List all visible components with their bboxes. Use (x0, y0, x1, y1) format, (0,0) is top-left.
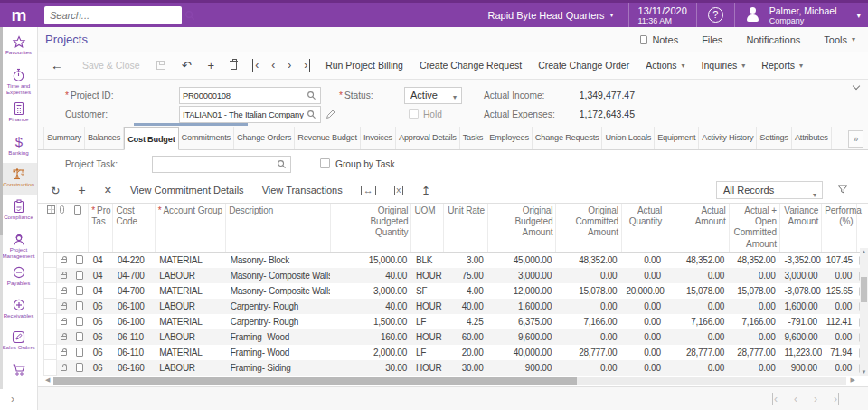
tabstrip-scroll-thumb[interactable] (134, 123, 248, 126)
group-by-task-checkbox[interactable] (320, 158, 330, 168)
search-input[interactable] (44, 10, 184, 21)
cell-original-committed-amount[interactable]: 0.00 (556, 299, 621, 314)
cell-original-committed-amount[interactable]: 48,352.00 (556, 252, 621, 268)
cell-uom[interactable]: BLK (411, 252, 443, 268)
cell-original-committed-amount[interactable]: 15,078.00 (556, 283, 621, 299)
column-header-actual-amount[interactable]: Actual Amount (665, 204, 729, 252)
files-button[interactable]: Files (702, 34, 722, 45)
notifications-button[interactable]: Notifications (746, 34, 800, 45)
scroll-thumb[interactable] (861, 277, 867, 302)
cell-original-budgeted-amount[interactable]: 45,000.00 (487, 252, 555, 268)
save-button[interactable] (148, 52, 174, 79)
cell-variance-amount[interactable]: 1,600.00 (779, 299, 821, 314)
global-search[interactable] (44, 6, 182, 24)
next-record-button[interactable]: › (281, 59, 297, 72)
cell-cost-code[interactable]: 06-160 (113, 360, 155, 376)
project-id-field[interactable] (179, 87, 321, 104)
cell-original-budgeted-amount[interactable]: 6,375.00 (487, 314, 555, 329)
search-icon[interactable] (184, 10, 195, 21)
cell-unit-rate[interactable]: 75.00 (443, 268, 487, 283)
row-selector[interactable] (44, 345, 57, 360)
back-button[interactable]: ← (38, 58, 74, 72)
cell-actual-open-committed-amount[interactable]: 48,352.00 (729, 252, 779, 268)
cell-description[interactable]: Carpentry- Rough (226, 314, 331, 329)
cell-cost-code[interactable]: 06-100 (113, 314, 155, 329)
cell-unit-rate[interactable]: 20.00 (443, 345, 487, 360)
cell-variance-amount[interactable]: 11,223.00 (779, 345, 821, 360)
tab-commitments[interactable]: Commitments (179, 127, 234, 149)
tab-cost-budget[interactable]: Cost Budget (124, 127, 178, 150)
cell-project-task[interactable]: 04 (89, 268, 113, 283)
customer-input[interactable] (180, 110, 307, 119)
cell-account-group[interactable]: MATERIAL (155, 283, 225, 299)
row-selector[interactable] (44, 252, 57, 268)
tab-settings[interactable]: Settings (757, 127, 792, 149)
cell-actual-quantity[interactable]: 0.00 (621, 252, 665, 268)
cell-actual-amount[interactable]: 15,078.00 (665, 283, 729, 299)
customer-field[interactable] (179, 106, 321, 123)
sidebar-item-cart[interactable] (0, 359, 37, 392)
sidebar-item-banking[interactable]: $Banking (0, 130, 37, 163)
table-row[interactable]: 0606-110MATERIALFraming- Wood2,000.00LF2… (44, 345, 868, 360)
sidebar-item-payables[interactable]: Payables (0, 262, 37, 294)
branch-selector[interactable]: Rapid Byte Head Quarters ▾ (473, 3, 627, 27)
cell-cost-code[interactable]: 04-700 (113, 268, 155, 283)
cell-cost-code[interactable]: 04-700 (113, 283, 155, 299)
cell-performance-pct[interactable]: 112.41 (822, 314, 856, 329)
cell-actual-open-committed-amount[interactable]: 0.00 (729, 299, 779, 314)
cell-cost-code[interactable]: 06-110 (113, 345, 155, 360)
scroll-thumb[interactable] (53, 377, 577, 385)
cell-actual-amount[interactable]: 0.00 (665, 360, 729, 376)
cell-actual-quantity[interactable]: 0.00 (621, 329, 665, 345)
delete-button[interactable] (222, 52, 245, 79)
cell-project-task[interactable]: 06 (89, 360, 113, 376)
cell-original-budgeted-quantity[interactable]: 40.00 (330, 268, 411, 283)
cell-account-group[interactable]: LABOUR (155, 329, 225, 345)
sidebar-item-time-and-expenses[interactable]: Time and Expenses (0, 64, 37, 98)
column-header-original-committed-amount[interactable]: Original Committed Amount (556, 204, 621, 252)
cell-uom[interactable]: HOUR (411, 360, 443, 376)
cell-uom[interactable]: LF (411, 314, 443, 329)
cell-description[interactable]: Framing- Siding (226, 360, 331, 376)
cell-performance-pct[interactable]: 0.00 (822, 360, 856, 376)
tab-union-locals[interactable]: Union Locals (602, 127, 655, 149)
cell-original-budgeted-amount[interactable]: 900.00 (487, 360, 555, 376)
cell-performance-pct[interactable]: 0.00 (822, 299, 856, 314)
cell-actual-quantity[interactable]: 0.00 (621, 345, 665, 360)
first-page-button[interactable]: ‹ (772, 393, 786, 405)
cell-project-task[interactable]: 06 (89, 314, 113, 329)
column-header-variance-amount[interactable]: Variance Amount (779, 204, 821, 252)
cell-unit-rate[interactable]: 30.00 (443, 360, 487, 376)
cell-original-committed-amount[interactable]: 0.00 (556, 360, 621, 376)
scroll-down-arrow[interactable]: ▼ (860, 369, 868, 375)
cell-uom[interactable]: HOUR (411, 299, 443, 314)
scroll-right-arrow[interactable]: ▶ (851, 377, 855, 384)
cell-actual-quantity[interactable]: 0.00 (621, 268, 665, 283)
sidebar-item-construction[interactable]: Construction (0, 163, 37, 195)
next-page-button[interactable]: › (806, 393, 826, 405)
cell-actual-open-committed-amount[interactable]: 0.00 (729, 329, 779, 345)
cell-performance-pct[interactable]: 125.65 (822, 283, 856, 299)
undo-button[interactable]: ↶ (174, 52, 200, 79)
column-header-cost-code[interactable]: Cost Code (113, 204, 155, 252)
cell-variance-amount[interactable]: 900.00 (779, 360, 821, 376)
cell-original-budgeted-amount[interactable]: 40,000.00 (487, 345, 555, 360)
cell-project-task[interactable]: 06 (89, 345, 113, 360)
cell-description[interactable]: Framing- Wood (226, 329, 331, 345)
cell-account-group[interactable]: MATERIAL (155, 314, 225, 329)
cell-original-budgeted-quantity[interactable]: 160.00 (330, 329, 411, 345)
row-selector[interactable] (44, 299, 57, 314)
row-selector[interactable] (44, 268, 57, 283)
tab-equipment[interactable]: Equipment (655, 127, 699, 149)
cell-actual-amount[interactable]: 0.00 (665, 329, 729, 345)
cell-account-group[interactable]: LABOUR (155, 299, 225, 314)
column-header-performance-pct[interactable]: Performa (%) (822, 204, 856, 252)
project-task-input[interactable] (153, 159, 277, 169)
sidebar-item-favourites[interactable]: Favourites (0, 32, 37, 64)
cell-actual-amount[interactable]: 0.00 (665, 299, 729, 314)
sidebar-scrollbar[interactable] (0, 27, 3, 389)
grid-settings-icon[interactable] (47, 205, 55, 214)
cell-original-budgeted-quantity[interactable]: 15,000.00 (330, 252, 411, 268)
cell-unit-rate[interactable]: 40.00 (443, 299, 487, 314)
cell-actual-open-committed-amount[interactable]: 28,777.00 (729, 345, 779, 360)
